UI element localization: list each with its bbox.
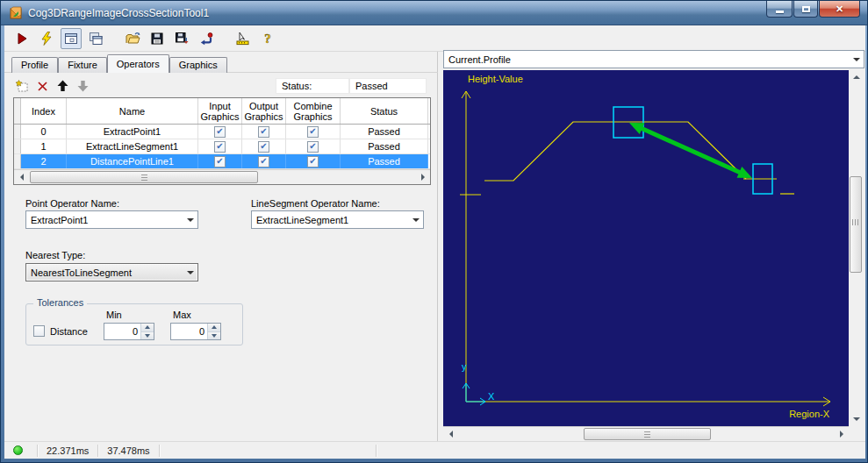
min-spin-up-button[interactable] bbox=[141, 324, 154, 332]
input-graphics-checkbox[interactable]: ✔ bbox=[214, 126, 226, 138]
linesegment-operator-combobox[interactable]: ExtractLineSegment1 bbox=[251, 210, 424, 229]
reset-button[interactable] bbox=[196, 28, 217, 49]
tab-strip: Profile Fixture Operators Graphics bbox=[11, 54, 227, 73]
run-icon bbox=[15, 32, 29, 46]
plot-vscrollbar-thumb[interactable] bbox=[850, 176, 862, 273]
y-axis-label: Height-Value bbox=[468, 74, 523, 84]
open-file-button[interactable] bbox=[122, 28, 143, 49]
table-row[interactable]: 0ExtractPoint1✔✔✔Passed bbox=[14, 125, 430, 139]
add-operator-button[interactable] bbox=[13, 77, 31, 95]
maximize-icon bbox=[802, 6, 810, 12]
chevron-down-icon bbox=[187, 218, 194, 222]
output-graphics-checkbox[interactable]: ✔ bbox=[258, 156, 269, 167]
tolerances-groupbox: Tolerances Min Max Distance 0 0 bbox=[25, 303, 243, 345]
min-spin-down-button[interactable] bbox=[141, 332, 154, 340]
nearest-type-combobox[interactable]: NearestToLineSegment bbox=[25, 263, 198, 281]
statusbar-separator bbox=[159, 445, 160, 457]
max-spin-up-button[interactable] bbox=[208, 324, 220, 332]
close-icon: ✕ bbox=[836, 4, 843, 15]
spin-down-icon bbox=[212, 334, 217, 338]
combine-graphics-checkbox[interactable]: ✔ bbox=[307, 156, 319, 167]
column-header-name[interactable]: Name bbox=[67, 98, 198, 124]
svg-text:?: ? bbox=[264, 32, 271, 46]
statusbar-separator bbox=[37, 445, 38, 457]
plot-scroll-up-button[interactable] bbox=[849, 70, 864, 84]
plot-horizontal-scrollbar[interactable] bbox=[443, 426, 849, 440]
spin-up-icon bbox=[212, 325, 217, 329]
min-value: 0 bbox=[104, 324, 140, 339]
title-bar[interactable]: Cog3DRangeImageCrossSectionTool1 ✕ bbox=[1, 1, 867, 25]
delete-operator-button[interactable] bbox=[33, 77, 51, 95]
show-last-run-toggle-button[interactable] bbox=[61, 28, 82, 49]
plot-scroll-down-button[interactable] bbox=[849, 412, 864, 426]
table-scrollbar-thumb[interactable] bbox=[30, 171, 258, 183]
tab-operators[interactable]: Operators bbox=[107, 54, 169, 73]
copy-results-button[interactable] bbox=[85, 28, 106, 49]
table-row[interactable]: 1ExtractLineSegment1✔✔✔Passed bbox=[14, 139, 430, 154]
help-button[interactable]: ? bbox=[257, 28, 278, 49]
tab-profile[interactable]: Profile bbox=[11, 57, 58, 73]
electric-run-button[interactable] bbox=[36, 28, 57, 49]
max-spinner[interactable]: 0 bbox=[170, 323, 221, 340]
maximize-button[interactable] bbox=[793, 1, 818, 18]
tab-graphics[interactable]: Graphics bbox=[169, 57, 227, 73]
distance-checkbox[interactable] bbox=[33, 325, 45, 337]
profile-plot[interactable]: Height-ValueRegion-XyX bbox=[443, 70, 849, 426]
linesegment-operator-value: ExtractLineSegment1 bbox=[252, 215, 408, 225]
input-graphics-checkbox[interactable]: ✔ bbox=[214, 156, 226, 167]
minimize-button[interactable] bbox=[766, 1, 793, 18]
nearest-type-value: NearestToLineSegment bbox=[26, 267, 183, 278]
run-button[interactable] bbox=[11, 28, 32, 49]
max-spin-down-button[interactable] bbox=[208, 332, 220, 340]
linesegment-operator-dropdown-button[interactable] bbox=[408, 211, 423, 228]
point-operator-combobox[interactable]: ExtractPoint1 bbox=[25, 210, 198, 229]
column-header-output-graphics[interactable]: Output Graphics bbox=[242, 98, 286, 124]
combine-graphics-checkbox[interactable]: ✔ bbox=[307, 126, 319, 138]
scroll-up-icon bbox=[853, 75, 860, 79]
plot-hscrollbar-thumb[interactable] bbox=[584, 428, 711, 440]
table-horizontal-scrollbar[interactable] bbox=[14, 169, 430, 184]
status-bar: 22.371ms 37.478ms bbox=[4, 441, 865, 459]
nearest-type-dropdown-button[interactable] bbox=[183, 264, 197, 281]
column-header-combine-graphics[interactable]: Combine Graphics bbox=[286, 98, 341, 124]
tab-graphics-label: Graphics bbox=[179, 60, 218, 70]
tab-fixture[interactable]: Fixture bbox=[58, 57, 107, 73]
tab-profile-label: Profile bbox=[21, 60, 48, 70]
save-button[interactable] bbox=[147, 28, 168, 49]
min-spinner[interactable]: 0 bbox=[104, 323, 154, 340]
point-operator-dropdown-button[interactable] bbox=[183, 211, 197, 228]
move-down-button[interactable] bbox=[74, 77, 91, 95]
chevron-down-icon bbox=[853, 58, 860, 61]
spin-up-icon bbox=[145, 325, 150, 329]
output-graphics-checkbox[interactable]: ✔ bbox=[258, 141, 269, 153]
help-icon: ? bbox=[262, 32, 274, 46]
combine-graphics-checkbox[interactable]: ✔ bbox=[307, 141, 319, 153]
plot-scroll-right-button[interactable] bbox=[834, 427, 849, 441]
column-header-input-graphics[interactable]: Input Graphics bbox=[198, 98, 242, 124]
save-as-icon bbox=[175, 32, 190, 46]
table-row[interactable]: 2DistancePointLine1✔✔✔Passed bbox=[14, 154, 430, 169]
move-up-button[interactable] bbox=[54, 77, 71, 95]
lightning-icon bbox=[39, 32, 54, 46]
close-button[interactable]: ✕ bbox=[819, 1, 860, 18]
electric-tool-icon bbox=[235, 32, 251, 46]
column-header-status[interactable]: Status bbox=[341, 98, 428, 124]
table-scroll-left-button[interactable] bbox=[14, 170, 29, 184]
x-axis-label: Region-X bbox=[789, 409, 830, 419]
column-header-index[interactable]: Index bbox=[21, 98, 67, 124]
plot-vertical-scrollbar[interactable] bbox=[849, 70, 864, 426]
profile-plot-canvas: Height-ValueRegion-XyX bbox=[443, 70, 849, 426]
save-as-button[interactable] bbox=[171, 28, 192, 49]
statusbar-separator bbox=[97, 445, 98, 457]
scroll-left-icon bbox=[449, 431, 453, 438]
output-graphics-checkbox[interactable]: ✔ bbox=[258, 126, 269, 138]
plot-scroll-left-button[interactable] bbox=[443, 427, 458, 441]
reset-icon bbox=[199, 32, 214, 46]
electric-tool-button[interactable] bbox=[233, 28, 254, 49]
record-selector-dropdown-button[interactable] bbox=[849, 51, 864, 68]
input-graphics-checkbox[interactable]: ✔ bbox=[214, 141, 226, 153]
up-arrow-icon bbox=[57, 80, 68, 92]
scroll-down-icon bbox=[853, 417, 860, 421]
table-scroll-right-button[interactable] bbox=[415, 170, 430, 184]
record-selector-combobox[interactable]: Current.Profile bbox=[443, 50, 864, 68]
